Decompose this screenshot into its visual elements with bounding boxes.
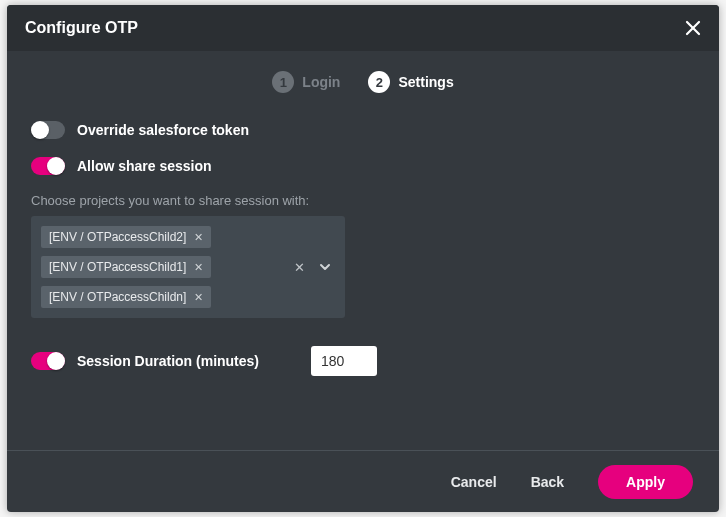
session-duration-row: Session Duration (minutes) [31, 346, 695, 376]
clear-all-icon[interactable]: ✕ [294, 260, 305, 275]
allow-share-session-row: Allow share session [31, 157, 695, 175]
override-salesforce-toggle[interactable] [31, 121, 65, 139]
apply-button[interactable]: Apply [598, 465, 693, 499]
step-number: 2 [368, 71, 390, 93]
chip-remove-icon[interactable]: ✕ [194, 291, 203, 304]
step-label: Settings [398, 74, 453, 90]
configure-otp-modal: Configure OTP 1 Login 2 Settings Overrid… [7, 5, 719, 512]
wizard-steps: 1 Login 2 Settings [31, 71, 695, 93]
chevron-down-icon[interactable] [319, 261, 331, 273]
toggle-label: Override salesforce token [77, 122, 249, 138]
back-button[interactable]: Back [531, 474, 564, 490]
project-chip: [ENV / OTPaccessChild1] ✕ [41, 256, 211, 278]
cancel-button[interactable]: Cancel [451, 474, 497, 490]
close-button[interactable] [681, 16, 705, 40]
step-number: 1 [272, 71, 294, 93]
project-chip: [ENV / OTPaccessChildn] ✕ [41, 286, 211, 308]
chip-remove-icon[interactable]: ✕ [194, 231, 203, 244]
toggle-label: Session Duration (minutes) [77, 353, 259, 369]
toggle-label: Allow share session [77, 158, 212, 174]
selected-projects: [ENV / OTPaccessChild2] ✕ [ENV / OTPacce… [41, 226, 294, 308]
step-label: Login [302, 74, 340, 90]
modal-title: Configure OTP [25, 19, 138, 37]
modal-header: Configure OTP [7, 5, 719, 51]
modal-footer: Cancel Back Apply [7, 450, 719, 512]
override-salesforce-row: Override salesforce token [31, 121, 695, 139]
session-duration-input[interactable] [311, 346, 377, 376]
step-settings[interactable]: 2 Settings [368, 71, 453, 93]
chip-remove-icon[interactable]: ✕ [194, 261, 203, 274]
chip-label: [ENV / OTPaccessChild2] [49, 230, 186, 244]
modal-body: 1 Login 2 Settings Override salesforce t… [7, 51, 719, 450]
chip-label: [ENV / OTPaccessChildn] [49, 290, 186, 304]
chip-label: [ENV / OTPaccessChild1] [49, 260, 186, 274]
projects-label: Choose projects you want to share sessio… [31, 193, 695, 208]
close-icon [684, 19, 702, 37]
multiselect-controls: ✕ [294, 260, 335, 275]
projects-multiselect[interactable]: [ENV / OTPaccessChild2] ✕ [ENV / OTPacce… [31, 216, 345, 318]
session-duration-toggle[interactable] [31, 352, 65, 370]
project-chip: [ENV / OTPaccessChild2] ✕ [41, 226, 211, 248]
step-login[interactable]: 1 Login [272, 71, 340, 93]
allow-share-session-toggle[interactable] [31, 157, 65, 175]
